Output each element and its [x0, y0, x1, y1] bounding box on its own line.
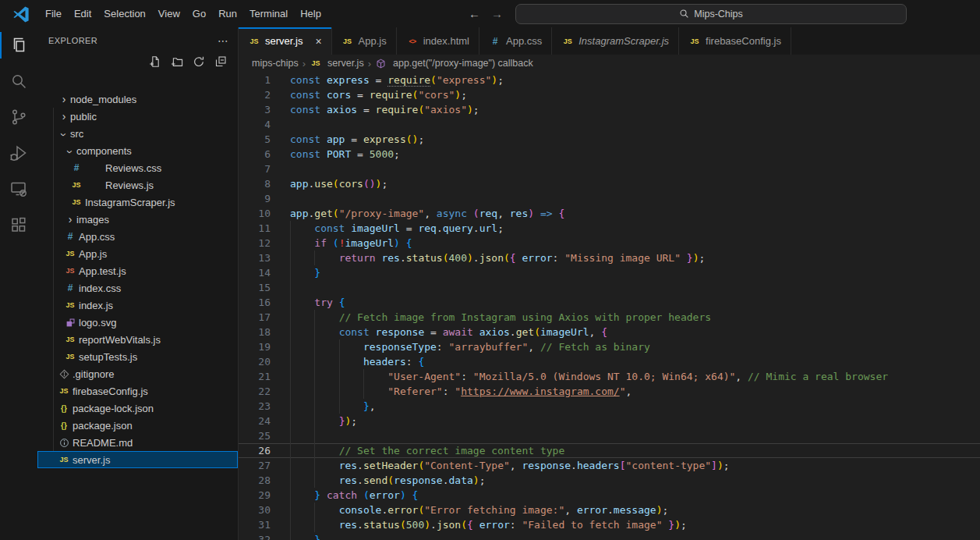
code-line-14[interactable]: 14 }: [239, 265, 980, 280]
new-folder-icon[interactable]: [169, 54, 185, 69]
code-text: console.error("Error fetching image:", e…: [290, 503, 668, 517]
line-number: 29: [239, 488, 271, 503]
tree-item-Reviews.js[interactable]: JSReviews.js: [37, 176, 238, 194]
code-line-21[interactable]: 21 "User-Agent": "Mozilla/5.0 (Windows N…: [239, 369, 980, 384]
code-line-2[interactable]: 2const cors = require("cors");: [239, 87, 980, 102]
code-line-17[interactable]: 17 // Fetch image from Instagram using A…: [239, 310, 980, 325]
code-line-32[interactable]: 32 }: [239, 532, 980, 540]
tree-item-index.js[interactable]: JSindex.js: [37, 297, 238, 314]
tree-item-InstagramScraper.js[interactable]: JSInstagramScraper.js: [37, 194, 238, 211]
code-line-20[interactable]: 20 headers: {: [239, 354, 980, 369]
activity-extensions-icon[interactable]: [0, 207, 37, 243]
tab-App.js[interactable]: JS App.js: [332, 27, 397, 55]
code-line-28[interactable]: 28 res.send(response.data);: [239, 473, 980, 488]
menu-run[interactable]: Run: [212, 5, 243, 23]
code-line-29[interactable]: 29 } catch (error) {: [239, 488, 980, 503]
js-file-icon: JS: [343, 37, 352, 45]
tab-App.css[interactable]: # App.css: [479, 27, 552, 55]
tab-InstagramScraper.js[interactable]: JS InstagramScraper.js: [552, 27, 679, 55]
nav-forward-icon[interactable]: →: [491, 7, 503, 20]
new-file-icon[interactable]: [147, 54, 163, 69]
code-text: const PORT = 5000;: [290, 147, 400, 162]
tree-item-README.md[interactable]: README.md: [37, 434, 238, 451]
tree-item-server.js[interactable]: JSserver.js: [37, 451, 238, 468]
code-line-18[interactable]: 18 const response = await axios.get(imag…: [239, 325, 980, 339]
line-number: 3: [239, 102, 271, 117]
code-line-6[interactable]: 6const PORT = 5000;: [239, 147, 980, 162]
code-line-5[interactable]: 5const app = express();: [239, 132, 980, 147]
activity-run-debug-icon[interactable]: [0, 135, 37, 171]
menu-terminal[interactable]: Terminal: [243, 5, 294, 23]
menu-go[interactable]: Go: [186, 5, 212, 23]
collapse-all-icon[interactable]: [213, 54, 228, 69]
code-line-3[interactable]: 3const axios = require("axios");: [239, 102, 980, 117]
tab-label: server.js: [265, 35, 302, 47]
line-number: 1: [239, 73, 271, 87]
tree-item-App.test.js[interactable]: JSApp.test.js: [37, 262, 238, 279]
code-line-22[interactable]: 22 "Referer": "https://www.instagram.com…: [239, 384, 980, 399]
code-line-31[interactable]: 31 res.status(500).json({ error: "Failed…: [239, 517, 980, 532]
code-line-11[interactable]: 11 const imageUrl = req.query.url;: [239, 221, 980, 236]
code-line-19[interactable]: 19 responseType: "arraybuffer", // Fetch…: [239, 339, 980, 354]
tree-item-.gitignore[interactable]: .gitignore: [37, 365, 238, 382]
code-line-30[interactable]: 30 console.error("Error fetching image:"…: [239, 503, 980, 517]
tab-server.js[interactable]: JS server.js ×: [239, 27, 332, 55]
code-text: res.send(response.data);: [290, 473, 486, 488]
tab-firebaseConfig.js[interactable]: JS firebaseConfig.js: [679, 27, 791, 55]
tree-item-firebaseConfig.js[interactable]: JSfirebaseConfig.js: [37, 382, 238, 400]
code-line-12[interactable]: 12 if (!imageUrl) {: [239, 236, 980, 250]
code-line-13[interactable]: 13 return res.status(400).json({ error: …: [239, 250, 980, 265]
command-center-search[interactable]: Mips-Chips: [515, 4, 907, 24]
tree-item-logo.svg[interactable]: logo.svg: [37, 314, 238, 331]
activity-explorer-icon[interactable]: [0, 27, 37, 63]
tree-item-package.json[interactable]: {}package.json: [37, 417, 238, 434]
tree-item-images[interactable]: ›images: [37, 211, 238, 228]
menu-view[interactable]: View: [152, 5, 186, 23]
activity-search-icon[interactable]: [0, 63, 37, 99]
tree-item-Reviews.css[interactable]: #Reviews.css: [37, 159, 238, 176]
menu-help[interactable]: Help: [294, 5, 327, 23]
code-line-7[interactable]: 7: [239, 162, 980, 176]
breadcrumb-item[interactable]: app.get("/proxy-image") callback: [375, 57, 533, 69]
close-icon[interactable]: ×: [315, 36, 321, 47]
code-line-1[interactable]: 1const express = require("express");: [239, 73, 980, 87]
line-number: 4: [239, 117, 271, 132]
line-number: 16: [239, 295, 271, 310]
tree-item-reportWebVitals.js[interactable]: JSreportWebVitals.js: [37, 331, 238, 348]
code-line-10[interactable]: 10app.get("/proxy-image", async (req, re…: [239, 206, 980, 221]
menu-edit[interactable]: Edit: [68, 5, 97, 23]
code-line-4[interactable]: 4: [239, 117, 980, 132]
tree-item-index.css[interactable]: #index.css: [37, 279, 238, 297]
code-line-24[interactable]: 24 });: [239, 414, 980, 428]
code-line-16[interactable]: 16 try {: [239, 295, 980, 310]
activity-source-control-icon[interactable]: [0, 99, 37, 135]
menu-selection[interactable]: Selection: [97, 5, 151, 23]
code-line-15[interactable]: 15: [239, 280, 980, 295]
tree-item-public[interactable]: ›public: [37, 108, 238, 125]
tree-item-label: README.md: [73, 437, 133, 449]
tree-item-setupTests.js[interactable]: JSsetupTests.js: [37, 348, 238, 365]
refresh-icon[interactable]: [191, 54, 207, 69]
breadcrumb-item[interactable]: JSserver.js: [310, 57, 364, 69]
tab-index.html[interactable]: <> index.html: [397, 27, 479, 55]
menu-file[interactable]: File: [39, 5, 68, 23]
tree-item-label: public: [70, 111, 97, 123]
activity-remote-explorer-icon[interactable]: [0, 171, 37, 207]
nav-back-icon[interactable]: ←: [469, 7, 480, 20]
code-line-9[interactable]: 9: [239, 191, 980, 206]
code-line-26[interactable]: 26 // Set the correct image content type: [239, 443, 980, 458]
code-line-23[interactable]: 23 },: [239, 399, 980, 414]
tree-item-App.css[interactable]: #App.css: [37, 228, 238, 245]
code-line-8[interactable]: 8app.use(cors());: [239, 176, 980, 191]
tree-item-App.js[interactable]: JSApp.js: [37, 245, 238, 262]
code-editor[interactable]: 1const express = require("express");2con…: [239, 72, 980, 540]
code-line-27[interactable]: 27 res.setHeader("Content-Type", respons…: [239, 458, 980, 473]
code-text: const imageUrl = req.query.url;: [290, 221, 504, 236]
tree-item-node_modules[interactable]: ›node_modules: [37, 91, 238, 108]
explorer-more-icon[interactable]: ⋯: [218, 34, 228, 47]
tree-item-components[interactable]: ›components: [37, 142, 238, 159]
tree-item-src[interactable]: ›src: [37, 125, 238, 142]
code-line-25[interactable]: 25: [239, 428, 980, 443]
tree-item-package-lock.json[interactable]: {}package-lock.json: [37, 400, 238, 417]
breadcrumb-item[interactable]: mips-chips: [252, 58, 299, 69]
